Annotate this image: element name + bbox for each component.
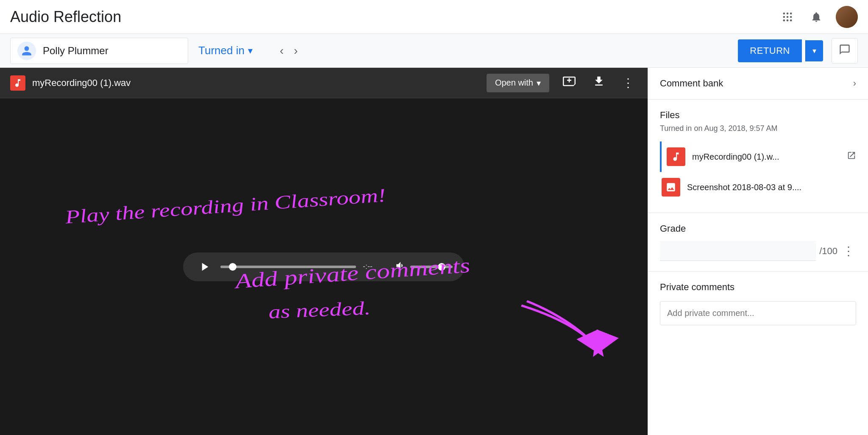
grade-input-row: /100 ⋮ <box>660 241 856 261</box>
svg-point-2 <box>790 12 792 14</box>
sidebar: Comment bank › Files Turned in on Aug 3,… <box>648 68 868 435</box>
audio-progress-bar[interactable] <box>220 266 356 268</box>
turned-in-section: Turned in ▾ <box>188 44 263 57</box>
grade-section: Grade /100 ⋮ <box>648 213 868 271</box>
svg-point-7 <box>787 19 789 21</box>
media-toolbar-right: ⋮ <box>559 72 637 94</box>
progress-thumb[interactable] <box>229 263 236 271</box>
svg-text:as needed.: as needed. <box>268 297 371 323</box>
comment-bank-label: Comment bank <box>660 78 853 89</box>
open-with-button[interactable]: Open with ▾ <box>487 74 549 92</box>
student-avatar <box>17 42 36 60</box>
play-button[interactable] <box>195 258 214 276</box>
volume-thumb[interactable] <box>438 263 445 271</box>
file-item-audio[interactable]: myRecording00 (1).w... <box>660 141 856 172</box>
next-student-button[interactable]: › <box>290 41 301 61</box>
svg-point-8 <box>790 19 792 21</box>
volume-icon[interactable] <box>395 260 406 274</box>
open-with-chevron-icon: ▾ <box>537 78 541 88</box>
grade-menu-button[interactable]: ⋮ <box>841 242 856 260</box>
private-comments-section: Private comments <box>648 271 868 335</box>
volume-section <box>395 260 453 274</box>
student-info: Polly Plummer <box>10 38 188 64</box>
sub-header-right: RETURN ▾ <box>738 38 858 64</box>
svg-point-6 <box>783 19 785 21</box>
audio-player: -:-- <box>183 252 465 281</box>
student-name: Polly Plummer <box>43 45 181 57</box>
file-name-label: myRecording00 (1).wav <box>32 78 487 89</box>
nav-arrows: ‹ › <box>276 41 301 61</box>
status-dropdown-icon[interactable]: ▾ <box>248 45 253 56</box>
return-dropdown-button[interactable]: ▾ <box>805 40 823 61</box>
comment-bank-chevron-icon: › <box>853 78 856 89</box>
file-item-screenshot[interactable]: Screenshot 2018-08-03 at 9.... <box>660 172 856 202</box>
audio-area: -:-- Play the recording in Classroom! <box>0 98 648 435</box>
page-title: Audio Reflection <box>10 8 778 26</box>
volume-bar[interactable] <box>410 266 453 268</box>
comment-bank-row[interactable]: Comment bank › <box>648 68 868 100</box>
screenshot-file-name: Screenshot 2018-08-03 at 9.... <box>687 183 856 192</box>
audio-file-name: myRecording00 (1).w... <box>692 152 843 162</box>
svg-text:Play the recording in Classroo: Play the recording in Classroom! <box>64 184 387 227</box>
prev-student-button[interactable]: ‹ <box>276 41 287 61</box>
time-display: -:-- <box>363 262 388 271</box>
svg-point-0 <box>783 12 785 14</box>
grade-max-label: /100 <box>819 246 837 257</box>
header: Audio Reflection <box>0 0 868 34</box>
audio-file-link-icon[interactable] <box>847 151 856 163</box>
download-icon[interactable] <box>589 72 609 94</box>
media-toolbar: myRecording00 (1).wav Open with ▾ ⋮ <box>0 68 648 98</box>
image-file-icon <box>662 178 680 197</box>
svg-point-1 <box>787 12 789 14</box>
turned-in-date: Turned in on Aug 3, 2018, 9:57 AM <box>660 124 856 133</box>
private-comment-input[interactable] <box>660 301 856 325</box>
main-content: myRecording00 (1).wav Open with ▾ ⋮ <box>0 68 868 435</box>
header-icons <box>778 6 858 28</box>
user-avatar[interactable] <box>836 6 858 28</box>
add-comment-icon[interactable] <box>559 72 579 94</box>
grade-input[interactable] <box>660 241 816 261</box>
status-badge[interactable]: Turned in <box>198 44 245 57</box>
svg-point-3 <box>783 16 785 18</box>
grade-title: Grade <box>660 223 856 234</box>
svg-point-5 <box>790 16 792 18</box>
files-section: Files Turned in on Aug 3, 2018, 9:57 AM … <box>648 100 868 213</box>
sub-header: Polly Plummer Turned in ▾ ‹ › RETURN ▾ <box>0 34 868 68</box>
chat-icon-button[interactable] <box>832 38 858 64</box>
return-button[interactable]: RETURN <box>738 39 802 62</box>
grid-icon[interactable] <box>778 8 797 26</box>
notification-icon[interactable] <box>807 8 826 26</box>
media-viewer: myRecording00 (1).wav Open with ▾ ⋮ <box>0 68 648 435</box>
file-type-icon <box>10 75 25 91</box>
more-options-icon[interactable]: ⋮ <box>619 72 637 93</box>
files-title: Files <box>660 110 856 121</box>
audio-file-icon <box>667 147 685 166</box>
svg-point-4 <box>787 16 789 18</box>
private-comments-title: Private comments <box>660 282 856 293</box>
